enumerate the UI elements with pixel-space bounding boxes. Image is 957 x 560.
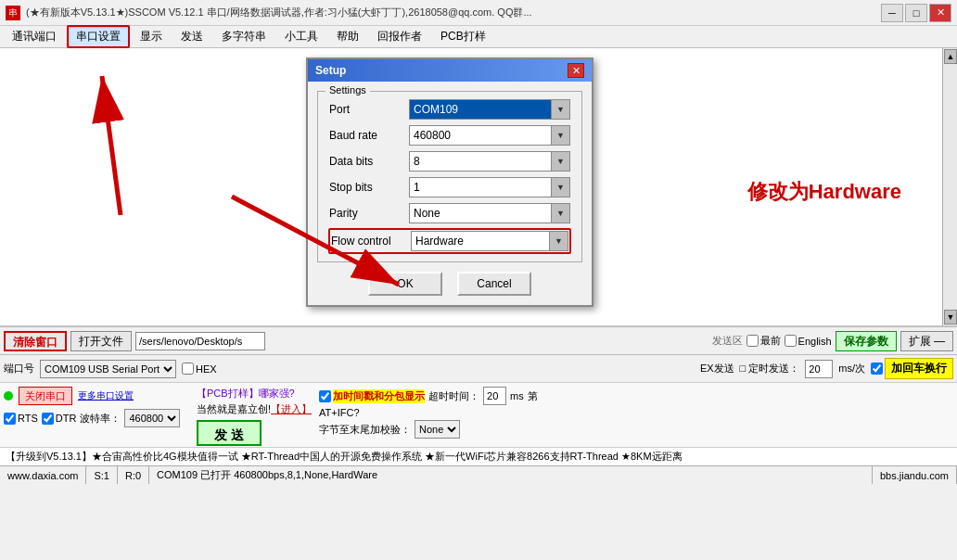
more-ports-link[interactable]: 更多串口设置 (78, 389, 134, 402)
timeout-label: 超时时间： (428, 389, 479, 403)
english-checkbox-group[interactable]: English (785, 335, 832, 347)
serial-left-panel: 关闭串口 更多串口设置 RTS DTR 波特率： 460800 (4, 387, 189, 443)
databits-row: Data bits 8 ▼ (329, 151, 570, 172)
databits-dropdown-arrow[interactable]: ▼ (551, 152, 569, 171)
interval-unit: ms/次 (838, 362, 865, 375)
port-status-text: COM109 已打开 460800bps,8,1,None,HardWare (157, 468, 377, 482)
pcb-enter-link[interactable]: 【进入】 (271, 403, 312, 414)
ex-send-label: EX发送 (700, 362, 734, 375)
baudrate-value: 460800 (410, 127, 551, 144)
open-file-button[interactable]: 打开文件 (70, 331, 132, 351)
annotation-hardware: 修改为Hardware (747, 178, 901, 206)
s-count-status: S:1 (86, 466, 118, 484)
stopbits-dropdown-arrow[interactable]: ▼ (551, 178, 569, 197)
scroll-up-btn[interactable]: ▲ (944, 49, 957, 64)
port-dropdown-arrow[interactable]: ▼ (551, 100, 569, 119)
port-value: COM109 (410, 101, 551, 118)
baud-select[interactable]: 460800 (124, 409, 180, 427)
last-checkbox[interactable] (746, 335, 759, 347)
scroll-down-btn[interactable]: ▼ (944, 310, 957, 325)
menu-help[interactable]: 帮助 (328, 26, 367, 47)
cancel-button[interactable]: Cancel (457, 272, 531, 296)
rts-checkbox[interactable] (4, 413, 16, 425)
stopbits-select[interactable]: 1 ▼ (409, 177, 570, 197)
return-checkbox-group[interactable]: 加回车换行 (871, 358, 953, 379)
at-cmd-row: 加时间戳和分包显示 超时时间： ms 第 (319, 387, 953, 405)
settings-group-label: Settings (325, 84, 370, 95)
close-serial-label: 关闭串口 (25, 390, 66, 401)
highlighted-cb[interactable]: 加时间戳和分包显示 (319, 389, 425, 403)
port-status: COM109 已打开 460800bps,8,1,None,HardWare (149, 466, 873, 484)
minimize-button[interactable]: ─ (881, 4, 903, 22)
return-checkbox[interactable] (871, 363, 883, 375)
english-checkbox[interactable] (785, 335, 797, 347)
dtr-checkbox[interactable] (42, 413, 54, 425)
title-bar: 串 (★有新版本V5.13.1★)SSCOM V5.12.1 串口/网络数据调试… (0, 0, 957, 26)
timeout-input[interactable] (483, 387, 506, 405)
timed-interval-input[interactable] (805, 360, 833, 378)
serial-control-row: 关闭串口 更多串口设置 (4, 387, 189, 405)
flowcontrol-dropdown-arrow[interactable]: ▼ (549, 232, 568, 250)
menu-multistring[interactable]: 多字符串 (213, 26, 274, 47)
announce-bar: 【升级到V5.13.1】★合宙高性价比4G模块值得一试 ★RT-Thread中国… (0, 447, 957, 465)
expand-button[interactable]: 扩展 — (900, 331, 953, 351)
menu-tools[interactable]: 小工具 (276, 26, 326, 47)
port-select-main[interactable]: COM109 USB Serial Port (40, 360, 176, 378)
return-label: 加回车换行 (885, 358, 953, 379)
menu-pcb[interactable]: PCB打样 (432, 26, 494, 47)
maximize-button[interactable]: □ (905, 4, 927, 22)
last-checkbox-group[interactable]: 最前 (746, 334, 781, 348)
hex-checkbox-group[interactable]: HEX (182, 363, 217, 375)
parity-label: Parity (329, 207, 403, 220)
flowcontrol-select[interactable]: Hardware ▼ (411, 231, 568, 251)
file-path-input[interactable] (135, 332, 265, 350)
parity-select[interactable]: None ▼ (409, 203, 570, 223)
port-select[interactable]: COM109 ▼ (409, 99, 570, 120)
save-params-button[interactable]: 保存参数 (836, 331, 897, 351)
close-serial-button[interactable]: 关闭串口 (19, 387, 72, 405)
menu-comport[interactable]: 通讯端口 (4, 26, 65, 47)
dialog-title-bar: Setup ✕ (308, 59, 592, 82)
menu-send[interactable]: 发送 (172, 26, 211, 47)
clear-window-button[interactable]: 清除窗口 (4, 331, 67, 351)
checksum-select[interactable]: None (415, 420, 460, 439)
dialog-close-button[interactable]: ✕ (568, 63, 584, 78)
send-button[interactable]: 发 送 (197, 420, 262, 446)
dtr-label: DTR (56, 413, 77, 424)
website-status: www.daxia.com (0, 466, 86, 484)
baudrate-row: Baud rate 460800 ▼ (329, 125, 570, 146)
main-content-area: 修改为Hardware Setup ✕ Settings Port COM109… (0, 48, 957, 326)
dtr-group[interactable]: DTR (42, 413, 77, 425)
hex-checkbox[interactable] (182, 363, 194, 375)
stopbits-value: 1 (410, 179, 551, 196)
baudrate-label: Baud rate (329, 129, 403, 142)
databits-value: 8 (410, 153, 551, 170)
close-button[interactable]: ✕ (929, 4, 951, 22)
menu-serial-settings[interactable]: 串口设置 (67, 25, 130, 48)
dialog-title: Setup (315, 64, 346, 77)
setup-dialog: Setup ✕ Settings Port COM109 ▼ Baud rate (306, 57, 593, 307)
baudrate-select[interactable]: 460800 ▼ (409, 125, 570, 146)
highlight-checkbox[interactable] (319, 390, 331, 402)
rts-group[interactable]: RTS (4, 413, 38, 425)
scrollbar[interactable]: ▲ ▼ (942, 48, 957, 325)
menu-display[interactable]: 显示 (132, 26, 171, 47)
checksum-label: 字节至末尾加校验： (319, 423, 411, 437)
pcb-line1: 【PCB打样】哪家强? (197, 387, 312, 401)
r-count-text: R:0 (125, 470, 141, 481)
parity-dropdown-arrow[interactable]: ▼ (551, 204, 569, 223)
port-number-label: 端口号 (4, 362, 34, 375)
bbs-text: bbs.jiandu.com (880, 470, 949, 481)
flowcontrol-value: Hardware (412, 233, 549, 249)
menu-feedback[interactable]: 回报作者 (369, 26, 430, 47)
flowcontrol-label: Flow control (331, 235, 405, 248)
baudrate-dropdown-arrow[interactable]: ▼ (551, 126, 569, 145)
ok-button[interactable]: OK (368, 272, 442, 296)
serial-panel: 关闭串口 更多串口设置 RTS DTR 波特率： 460800 【PCB打样】哪… (0, 382, 957, 447)
app-icon: 串 (6, 6, 20, 20)
hex-label: HEX (196, 363, 217, 375)
send-btn-label: 发 送 (214, 427, 244, 442)
databits-select[interactable]: 8 ▼ (409, 151, 570, 172)
stopbits-label: Stop bits (329, 181, 403, 194)
send-area-label: 发送区 (712, 334, 743, 348)
